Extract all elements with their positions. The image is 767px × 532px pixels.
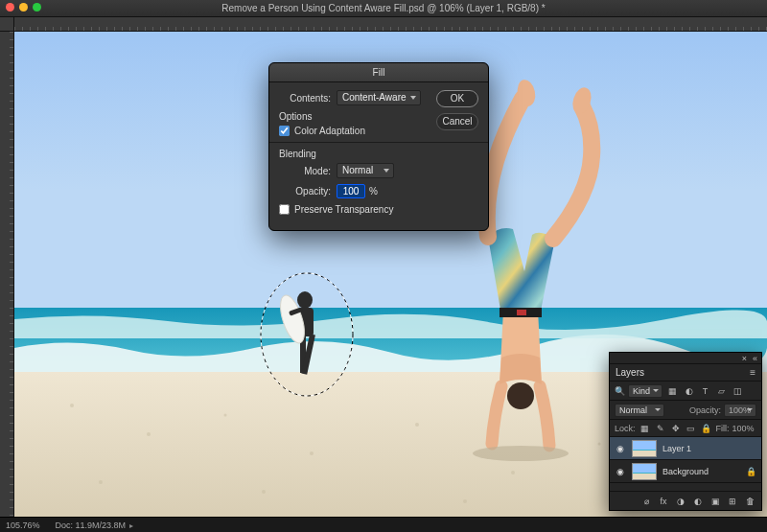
close-window-button[interactable] [6, 3, 14, 12]
filter-adjust-icon[interactable]: ◐ [683, 384, 695, 397]
preserve-transparency-label: Preserve Transparency [294, 204, 393, 215]
opacity-label: Opacity: [689, 405, 721, 415]
svg-point-3 [70, 404, 74, 407]
opacity-label: Opacity: [279, 186, 331, 197]
new-group-icon[interactable]: ▣ [709, 497, 721, 506]
window-controls [6, 3, 41, 12]
layers-footer: ⌀ fx ◑ ◐ ▣ ⊞ 🗑 [610, 491, 761, 510]
layer-thumbnail[interactable] [632, 463, 657, 480]
svg-point-8 [511, 471, 515, 474]
lock-transparency-icon[interactable]: ▦ [639, 423, 651, 434]
preserve-transparency-input[interactable] [279, 204, 290, 215]
delete-layer-icon[interactable]: 🗑 [744, 497, 755, 506]
svg-point-15 [297, 291, 313, 309]
maximize-window-button[interactable] [33, 3, 41, 12]
fill-dialog: Fill Contents: Content-Aware OK Cancel O… [268, 62, 489, 231]
filter-kind-select[interactable]: Kind [628, 384, 662, 398]
blend-mode-select[interactable]: Normal [615, 404, 664, 417]
search-icon[interactable]: 🔍 [615, 386, 625, 396]
status-bar: 105.76% Doc: 11.9M/23.8M ▸ [0, 517, 767, 532]
lock-all-icon[interactable]: 🔒 [701, 423, 712, 434]
svg-point-13 [463, 499, 467, 503]
doc-size[interactable]: Doc: 11.9M/23.8M [56, 520, 127, 530]
layers-tab[interactable]: Layers [616, 367, 644, 378]
layer-name[interactable]: Layer 1 [662, 444, 756, 453]
svg-point-6 [310, 451, 314, 455]
new-adjustment-icon[interactable]: ◐ [692, 497, 704, 506]
zoom-level[interactable]: 105.76% [6, 520, 40, 530]
svg-point-27 [473, 446, 569, 461]
layer-row[interactable]: ◉ Background 🔒 [610, 460, 761, 483]
layer-fx-icon[interactable]: fx [658, 497, 669, 506]
dialog-divider [269, 142, 488, 143]
lock-icon: 🔒 [746, 467, 756, 476]
visibility-icon[interactable]: ◉ [615, 467, 626, 476]
preserve-transparency-checkbox[interactable]: Preserve Transparency [279, 204, 478, 215]
ruler-origin[interactable] [0, 17, 14, 32]
app-window: Remove a Person Using Content Aware Fill… [0, 0, 767, 532]
lock-label: Lock: [615, 424, 636, 433]
contents-select[interactable]: Content-Aware [337, 90, 421, 105]
svg-point-7 [415, 423, 419, 427]
opacity-input[interactable]: 100 [337, 184, 365, 198]
blending-section-label: Blending [279, 149, 478, 159]
svg-point-9 [598, 443, 601, 446]
layer-name[interactable]: Background [662, 467, 740, 476]
opacity-select[interactable]: 100% [724, 404, 756, 417]
new-layer-icon[interactable]: ⊞ [727, 497, 738, 506]
lock-position-icon[interactable]: ✥ [670, 423, 682, 434]
color-adaptation-label: Color Adaptation [294, 126, 365, 136]
mode-label: Mode: [279, 166, 331, 176]
filter-smart-icon[interactable]: ◫ [732, 384, 744, 397]
cancel-button[interactable]: Cancel [436, 113, 478, 130]
add-mask-icon[interactable]: ◑ [675, 497, 686, 506]
dialog-title[interactable]: Fill [269, 63, 488, 82]
layers-panel: × « Layers ≡ 🔍 Kind ▦ ◐ T ▱ ◫ Normal Opa… [609, 352, 762, 511]
ruler-horizontal[interactable] [14, 17, 767, 32]
status-chevron-icon[interactable]: ▸ [128, 521, 133, 530]
contents-label: Contents: [279, 93, 331, 104]
svg-point-11 [99, 480, 103, 484]
layer-thumbnail[interactable] [632, 440, 657, 457]
svg-point-5 [224, 414, 227, 417]
ok-button[interactable]: OK [436, 90, 478, 107]
svg-point-12 [262, 490, 266, 494]
mode-select[interactable]: Normal [337, 163, 394, 178]
titlebar: Remove a Person Using Content Aware Fill… [0, 0, 767, 17]
layer-row[interactable]: ◉ Layer 1 [610, 437, 761, 460]
lock-paint-icon[interactable]: ✎ [655, 423, 666, 434]
filter-type-icon[interactable]: T [699, 384, 711, 397]
filter-shape-icon[interactable]: ▱ [715, 384, 728, 397]
panel-collapse-icon[interactable]: « [753, 354, 757, 363]
filter-pixel-icon[interactable]: ▦ [666, 384, 679, 397]
visibility-icon[interactable]: ◉ [615, 444, 626, 453]
fill-select[interactable]: 100% [732, 424, 765, 433]
lock-artboard-icon[interactable]: ▭ [686, 423, 697, 434]
minimize-window-button[interactable] [19, 3, 28, 12]
svg-point-22 [507, 382, 534, 409]
panel-menu-icon[interactable]: ≡ [750, 367, 755, 378]
document-title: Remove a Person Using Content Aware Fill… [0, 3, 767, 13]
svg-rect-24 [517, 310, 526, 315]
layer-list: ◉ Layer 1 ◉ Background 🔒 [610, 437, 761, 491]
panel-close-icon[interactable]: × [742, 354, 747, 363]
ruler-vertical[interactable] [0, 32, 14, 517]
fill-label: Fill: [716, 424, 730, 433]
opacity-unit: % [369, 186, 378, 197]
color-adaptation-input[interactable] [279, 126, 290, 136]
link-layers-icon[interactable]: ⌀ [640, 497, 652, 506]
svg-point-4 [147, 432, 151, 436]
